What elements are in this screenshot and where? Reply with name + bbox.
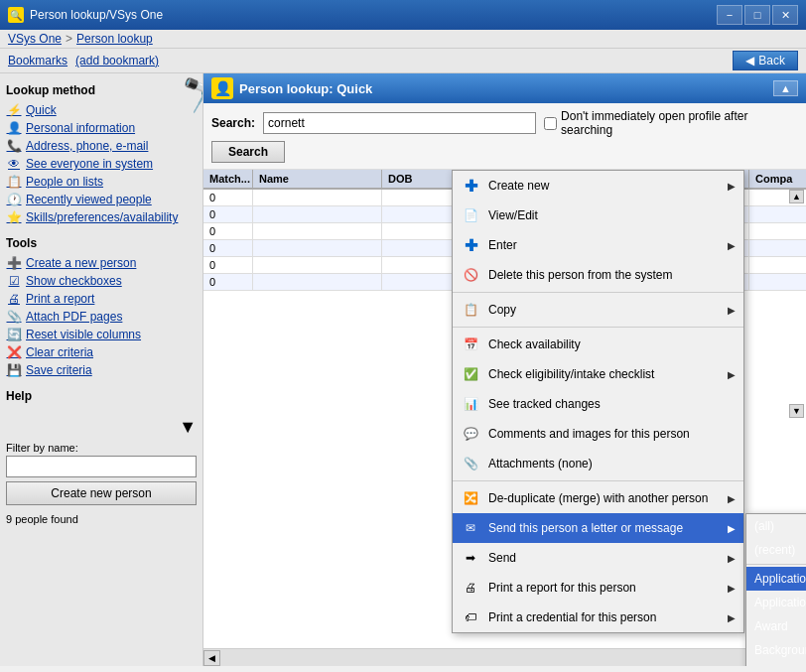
create-person-button[interactable]: Create new person [6, 481, 197, 505]
sm-app-problems[interactable]: Application problems ▶ [746, 567, 806, 591]
app-icon: 🔍 [8, 7, 24, 23]
context-menu-overlay[interactable]: ✚ Create new ▶ 📄 View/Edit ✚ Enter ▶ [203, 170, 806, 666]
cm-send[interactable]: ➡ Send ▶ [453, 543, 743, 573]
sidebar-skills-label: Skills/preferences/availability [26, 210, 178, 224]
tool-print-report[interactable]: 🖨 Print a report [6, 290, 197, 308]
people-found-status: 9 people found [6, 513, 78, 525]
content-area: 👤 Person lookup: Quick ▲ Search: Don't i… [203, 73, 806, 666]
clear-icon: ❌ [6, 344, 22, 360]
no-open-profile-label: Don't immediately open profile after sea… [544, 109, 798, 137]
cm-print-credential[interactable]: 🏷 Print a credential for this person ▶ [453, 603, 743, 632]
cm-enter-label: Enter [488, 238, 720, 252]
attach-icon: 📎 [6, 309, 22, 325]
sm-app-received[interactable]: Application received [746, 591, 806, 614]
add-bookmark-link[interactable]: (add bookmark) [75, 54, 159, 67]
sidebar-item-lists[interactable]: 📋 People on lists [6, 173, 178, 191]
cm-send-arrow: ▶ [728, 553, 736, 564]
results-area: Match... Name DOB Gender Person type All… [203, 170, 806, 666]
cm-tracked-icon: 📊 [461, 394, 480, 414]
sidebar-item-recent[interactable]: 🕐 Recently viewed people [6, 191, 178, 208]
sm-bg-check[interactable]: Background check ▶ [746, 638, 806, 662]
tool-create-person[interactable]: ➕ Create a new person [6, 254, 197, 272]
panel-collapse-btn[interactable]: ▲ [773, 80, 798, 96]
tool-save-criteria[interactable]: 💾 Save criteria [6, 361, 197, 379]
cm-delete[interactable]: 🚫 Delete this person from the system [453, 260, 743, 290]
cm-copy[interactable]: 📋 Copy ▶ [453, 295, 743, 325]
sm-bg-check-cleared[interactable]: Background check cleared ▶ [746, 662, 806, 666]
sidebar-personal-label: Personal information [26, 121, 135, 135]
lists-icon: 📋 [6, 174, 22, 190]
address-icon: 📞 [6, 138, 22, 154]
search-input[interactable] [263, 112, 536, 134]
bookmarks-link[interactable]: Bookmarks [8, 54, 67, 67]
sidebar-item-address[interactable]: 📞 Address, phone, e-mail [6, 137, 178, 155]
cm-send-letter[interactable]: ✉ Send this person a letter or message ▶… [453, 513, 743, 543]
tool-attach-pdf[interactable]: 📎 Attach PDF pages [6, 308, 197, 326]
tool-attach-label: Attach PDF pages [26, 310, 122, 324]
cm-dedup-icon: 🔀 [461, 488, 480, 508]
cm-view-edit[interactable]: 📄 View/Edit [453, 201, 743, 230]
create-person-icon: ➕ [6, 255, 22, 271]
cm-send-letter-label: Send this person a letter or message [488, 521, 720, 535]
cm-tracked-changes[interactable]: 📊 See tracked changes [453, 389, 743, 419]
skills-icon: ⭐ [6, 209, 22, 225]
cm-copy-icon: 📋 [461, 300, 480, 320]
sm-award-label: Award [754, 619, 788, 633]
sm-app-received-label: Application received [754, 596, 806, 609]
cm-print-report-icon: 🖨 [461, 578, 480, 598]
sidebar-item-personal[interactable]: 👤 Personal information [6, 119, 178, 137]
print-icon: 🖨 [6, 291, 22, 307]
maximize-button[interactable]: □ [744, 5, 770, 25]
lookup-method-title: Lookup method [6, 83, 178, 97]
cm-send-letter-arrow: ▶ [728, 523, 736, 534]
close-button[interactable]: ✕ [772, 5, 798, 25]
cm-delete-icon: 🚫 [461, 265, 480, 285]
sidebar-item-quick[interactable]: ⚡ Quick [6, 101, 178, 119]
bookmark-bar: Bookmarks (add bookmark) ◀ Back [0, 49, 806, 73]
help-title: Help [6, 389, 197, 403]
cm-print-report[interactable]: 🖨 Print a report for this person ▶ [453, 573, 743, 603]
search-button[interactable]: Search [211, 141, 285, 163]
cm-dedup[interactable]: 🔀 De-duplicate (merge) with another pers… [453, 483, 743, 513]
cm-comments-label: Comments and images for this person [488, 427, 736, 441]
filter-label: Filter by name: [6, 442, 197, 454]
cm-delete-label: Delete this person from the system [488, 268, 736, 282]
cm-send-icon: ➡ [461, 548, 480, 568]
no-open-profile-checkbox[interactable] [544, 117, 557, 130]
back-button[interactable]: ◀ Back [733, 51, 798, 70]
no-open-profile-text: Don't immediately open profile after sea… [561, 109, 798, 137]
back-icon: ◀ [745, 54, 754, 67]
cm-check-elig-arrow: ▶ [728, 369, 736, 380]
sidebar-quick-label: Quick [26, 103, 57, 117]
cm-comments[interactable]: 💬 Comments and images for this person [453, 419, 743, 449]
sidebar-item-everyone[interactable]: 👁 See everyone in system [6, 155, 178, 173]
sidebar-item-skills[interactable]: ⭐ Skills/preferences/availability [6, 208, 178, 226]
tool-clear-criteria[interactable]: ❌ Clear criteria [6, 343, 197, 361]
panel-title-group: 👤 Person lookup: Quick [211, 77, 372, 99]
cm-check-elig-icon: ✅ [461, 364, 480, 384]
cm-comments-icon: 💬 [461, 424, 480, 444]
title-bar: 🔍 Person lookup/VSys One − □ ✕ [0, 0, 806, 30]
cm-check-availability[interactable]: 📅 Check availability [453, 330, 743, 359]
sm-recent[interactable]: (recent) ▶ [746, 538, 806, 562]
minimize-button[interactable]: − [717, 5, 742, 25]
submenu: (all) ▶ (recent) ▶ Application problems … [745, 513, 806, 666]
sm-sep-1 [746, 564, 806, 565]
tool-show-checkboxes[interactable]: ☑ Show checkboxes [6, 272, 197, 290]
cm-print-cred-icon: 🏷 [461, 607, 480, 627]
filter-input[interactable] [6, 456, 197, 477]
cm-attachments[interactable]: 📎 Attachments (none) [453, 449, 743, 478]
cm-enter[interactable]: ✚ Enter ▶ [453, 230, 743, 260]
cm-send-letter-icon: ✉ [461, 518, 480, 538]
sidebar-lists-label: People on lists [26, 175, 103, 189]
breadcrumb-home[interactable]: VSys One [8, 32, 62, 46]
cm-check-eligibility[interactable]: ✅ Check eligibility/intake checklist ▶ [453, 359, 743, 389]
sm-award[interactable]: Award [746, 614, 806, 638]
tool-reset-columns[interactable]: 🔄 Reset visible columns [6, 326, 197, 343]
sm-all[interactable]: (all) ▶ [746, 514, 806, 538]
cm-create-new[interactable]: ✚ Create new ▶ [453, 171, 743, 201]
breadcrumb-current[interactable]: Person lookup [76, 32, 153, 46]
tool-checkboxes-label: Show checkboxes [26, 274, 122, 288]
back-label: Back [758, 54, 785, 67]
tools-title: Tools [6, 236, 197, 250]
